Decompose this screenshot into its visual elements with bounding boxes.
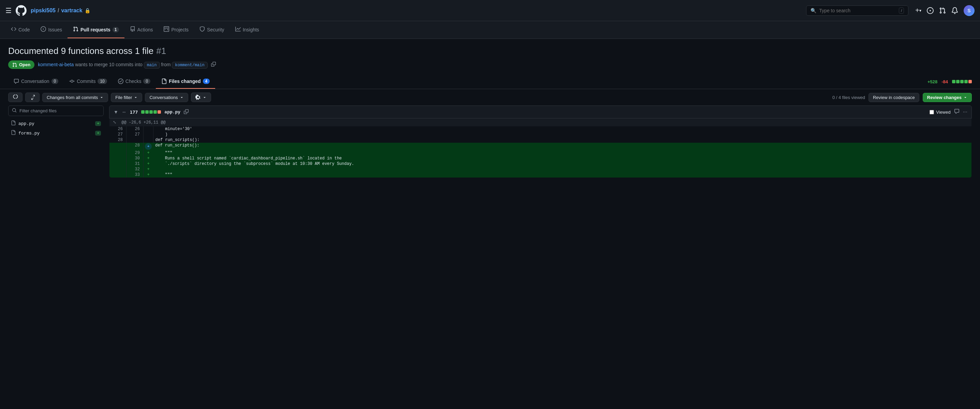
stat-seg-5 [969,80,972,83]
tab-checks[interactable]: Checks 0 [113,74,156,89]
file-filter-input[interactable] [19,108,100,113]
pr-title: Documented 9 functions across 1 file #1 [8,46,972,56]
tab-code[interactable]: Code [5,21,35,38]
diff-collapse-button[interactable]: ▼ [113,109,118,115]
file-filter-button[interactable]: File filter [111,93,142,102]
line-num-left-32 [110,166,127,172]
line-num-right-32[interactable]: 32 [127,166,143,172]
file-name-app: app.py [18,121,35,126]
line-indicator-28-new: + [143,143,153,150]
file-item-forms-py[interactable]: forms.py + [8,128,103,138]
conversations-filter-button[interactable]: Conversations [145,93,188,102]
nav-left: ☰ pipski505 / vartrack 🔒 [5,5,799,16]
diff-file-header: ▼ ↔ 177 app.py Viewed [109,105,972,118]
search-input[interactable] [819,8,896,13]
breadcrumb: pipski505 / vartrack 🔒 [31,8,91,14]
tab-files-changed[interactable]: Files changed 4 [156,74,215,89]
search-bar[interactable]: 🔍 / [806,5,908,16]
diff-copy-path-button[interactable] [184,109,189,115]
line-num-left-30 [110,156,127,161]
review-changes-button[interactable]: Review changes [923,93,972,102]
tab-conversation-label: Conversation [21,78,49,84]
line-indicator-30: + [143,156,153,161]
pr-author-link[interactable]: komment-ai-beta [38,62,74,67]
tab-conversation[interactable]: Conversation 0 [8,74,64,89]
pr-target-branch[interactable]: main [144,62,160,69]
toolbar-right: 0 / 4 files viewed Review in codespace R… [832,93,972,102]
file-badge-app: + [95,121,101,126]
tab-insights[interactable]: Insights [230,21,265,38]
tab-insights-label: Insights [243,27,259,32]
conversation-icon [14,78,19,84]
tab-pull-requests[interactable]: Pull requests 1 [67,21,124,38]
pull-request-icon [939,7,946,14]
tab-issues[interactable]: Issues [35,21,67,38]
review-codespace-button[interactable]: Review in codespace [869,93,919,102]
diff-line-30: 30 + Runs a shell script named `cardiac_… [110,156,972,161]
stat-seg-2 [956,80,959,83]
tab-files-changed-count: 4 [203,78,210,84]
notifications-button[interactable] [951,7,958,14]
viewed-label[interactable]: Viewed [929,110,950,115]
line-code-30: Runs a shell script named `cardiac_dashb… [153,156,972,161]
gear-button[interactable] [191,93,211,102]
code-icon [11,26,16,33]
tab-projects-label: Projects [171,27,189,32]
tab-pr-count: 1 [113,27,119,32]
line-num-left-28[interactable]: 28 [110,137,127,143]
line-code-33: """ [153,172,972,178]
diff-expand-button[interactable]: ↔ [122,109,127,115]
line-num-left-28-new-empty [110,143,127,150]
tab-checks-count: 0 [143,78,150,84]
lock-icon: 🔒 [84,8,91,13]
line-num-right-26[interactable]: 26 [127,126,143,132]
line-code-26: minute='30' [153,126,972,132]
file-stat-2 [145,110,149,114]
plus-icon: + [915,6,919,14]
tab-projects[interactable]: Projects [158,21,194,38]
expand-diff-button[interactable] [25,93,40,102]
issue-button[interactable] [927,7,934,14]
hamburger-button[interactable]: ☰ [5,6,11,15]
line-num-right-31[interactable]: 31 [127,161,143,166]
diff-menu-button[interactable]: ··· [963,109,967,115]
line-num-right-30[interactable]: 30 [127,156,143,161]
tab-actions-label: Actions [137,27,153,32]
sidebar-toggle-button[interactable] [8,93,22,102]
line-num-right-27[interactable]: 27 [127,132,143,137]
line-num-right-28-empty [127,137,143,143]
line-num-right-33[interactable]: 33 [127,172,143,178]
file-stat-1 [141,110,145,114]
hunk-header-expand-icon[interactable]: ⤡ [113,120,116,125]
tab-actions[interactable]: Actions [124,21,159,38]
line-num-left-26[interactable]: 26 [110,126,127,132]
diff-comment-button[interactable] [954,109,959,115]
line-num-left-27[interactable]: 27 [110,132,127,137]
plus-button[interactable]: + ▾ [915,6,921,14]
file-stat-3 [150,110,153,114]
pr-button[interactable] [939,7,946,14]
nav-right: + ▾ S [915,5,975,16]
copy-branch-button[interactable] [211,62,216,68]
line-num-right-29[interactable]: 29 [127,150,143,156]
breadcrumb-repo[interactable]: vartrack [61,8,82,14]
file-item-app-py[interactable]: app.py + [8,119,103,128]
line-num-left-31 [110,161,127,166]
main-content: app.py + forms.py + ▼ ↔ 177 [0,105,980,186]
line-indicator-28-old [143,137,153,143]
breadcrumb-user[interactable]: pipski505 [31,8,56,14]
line-num-right-28-new[interactable]: 28 [127,143,143,150]
tab-security[interactable]: Security [194,21,230,38]
files-viewed-text: 0 / 4 files viewed [832,95,865,100]
avatar[interactable]: S [964,5,975,16]
review-changes-dropdown-icon [963,95,967,99]
diff-stat-bar [952,80,972,83]
chevron-down-icon-3 [180,95,184,99]
commits-filter-button[interactable]: Changes from all commits [42,93,108,102]
line-indicator-26 [143,126,153,132]
file-search-container [8,105,103,116]
gear-icon [196,94,201,100]
tab-commits[interactable]: Commits 10 [64,74,113,89]
pr-source-branch[interactable]: komment/main [172,62,207,69]
viewed-checkbox[interactable] [929,110,934,114]
